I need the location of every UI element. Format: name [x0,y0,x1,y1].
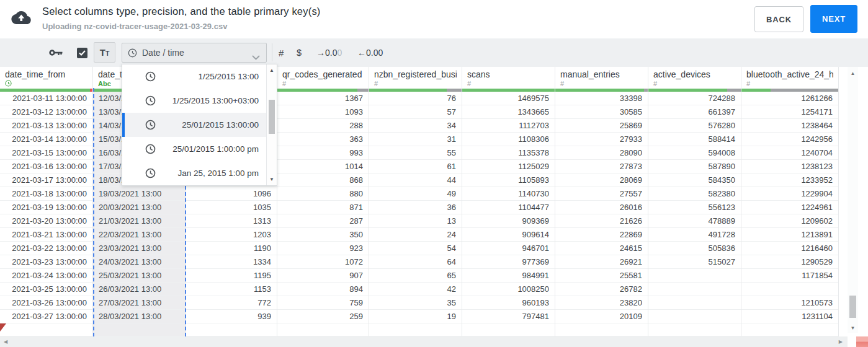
primary-key-icon[interactable] [49,48,63,59]
dropdown-option[interactable]: 25/01/2015 13:00:00 [122,113,266,137]
decrease-precision-button[interactable]: ←0.00 [357,38,383,67]
column-header[interactable]: bluetooth_active_24_hr_# [741,67,838,88]
corner-error-marker [856,336,868,347]
table-cell: 1238464 [741,119,838,133]
column-header[interactable]: active_devices# [648,67,741,88]
table-cell: 27/03/2021 13:00 [93,296,186,310]
table-cell: 977369 [462,255,555,269]
increase-precision-button[interactable]: →0.00 [316,38,342,67]
dropdown-scrollbar[interactable]: ▲ ▼ [266,64,277,185]
column-name: scans [467,69,550,79]
h-scroll-right-icon[interactable]: ▶ [839,339,843,345]
column-header[interactable]: scans# [462,67,555,88]
v-scroll-up-icon[interactable]: ▲ [848,71,858,76]
horizontal-scrollbar[interactable]: ◀ ▶ [0,336,848,347]
table-cell: 42 [369,283,462,296]
table-cell: 76 [369,92,462,105]
table-cell [93,323,186,336]
table-cell [0,323,92,336]
table-cell: 288 [277,119,369,133]
v-scroll-down-icon[interactable]: ▼ [848,325,858,331]
app-root: Select columns type, precision, and the … [0,0,868,347]
back-button[interactable]: BACK [754,6,803,32]
scroll-up-icon[interactable]: ▲ [267,68,277,73]
table-cell: 55 [369,146,462,160]
table-cell: 26782 [555,283,648,296]
table-cell: 30585 [555,105,648,119]
table-cell: 1008250 [462,283,555,296]
column-header[interactable]: qr_codes_generated# [277,67,369,88]
dropdown-option-label: 1/25/2015 13:00 [122,64,266,89]
table-cell: 1224961 [741,201,838,214]
dropdown-option[interactable]: 1/25/2015 13:00 [122,64,266,89]
table-cell: 2021-03-20 13:00:00 [0,214,92,228]
table-cell: 946701 [462,242,555,255]
table-cell: 797481 [462,310,555,323]
table-cell: 1093 [277,105,369,119]
dropdown-option-label: 25/01/2015 13:00:00 [122,113,266,137]
type-select-value: Date / time [142,48,184,58]
quality-bar-segment [741,89,771,92]
table-cell: 2021-03-24 13:00:00 [0,269,92,283]
text-type-button[interactable]: TT [94,42,115,63]
column-name: qr_codes_generated [282,69,364,79]
include-checkbox[interactable] [77,48,87,58]
integer-type-button[interactable]: # [279,38,284,67]
upload-cloud-icon [11,10,32,26]
currency-type-button[interactable]: $ [297,38,302,67]
wizard-header: Select columns type, precision, and the … [0,0,868,38]
table-cell [648,269,741,283]
table-cell: 20/03/2021 13:00 [93,201,186,214]
table-cell: 28/03/2021 13:00 [93,310,186,323]
table-cell: 1135378 [462,146,555,160]
dropdown-option[interactable]: 1/25/2015 13:00+03:00 [122,89,266,113]
dropdown-option-list: 1/25/2015 13:001/25/2015 13:00+03:0025/0… [122,64,266,185]
table-column: bluetooth_active_24_hr_#1261266125417112… [741,67,839,336]
table-cell: 1140730 [462,187,555,201]
table-cell [462,323,555,336]
column-header[interactable]: nzbn_registered_busine# [369,67,462,88]
table-cell: 65 [369,269,462,283]
number-type-icon: # [374,80,457,88]
table-cell: 907 [277,269,369,283]
v-scroll-thumb[interactable] [849,296,856,318]
dropdown-option-label: 25/01/2015 1:00:00 pm [122,137,266,161]
upload-subtitle: Uploading nz-covid-tracer-usage-2021-03-… [42,22,227,31]
column-header[interactable]: manual_entries# [555,67,648,88]
table-cell: 984991 [462,269,555,283]
next-button[interactable]: NEXT [810,5,857,33]
table-cell: 1231104 [741,310,838,323]
table-cell: 13 [369,214,462,228]
table-cell: 22/03/2021 13:00 [93,228,186,242]
table-cell: 2021-03-12 13:00:00 [0,105,92,119]
column-name: bluetooth_active_24_hr_ [746,69,833,79]
table-cell: 20109 [555,310,648,323]
table-column: scans#1469575134366511127031108306113537… [462,67,555,336]
text-type-label: TT [100,47,110,58]
vertical-scrollbar[interactable]: ▲ ▼ [848,67,858,333]
date-format-dropdown: 1/25/2015 13:001/25/2015 13:00+03:0025/0… [122,64,277,186]
table-cell: 871 [277,201,369,214]
table-cell: 1171854 [741,269,838,283]
table-cell: 28090 [555,146,648,160]
table-cell: 2021-03-25 13:00:00 [0,283,92,296]
number-type-icon: # [560,80,643,88]
table-cell: 287 [277,214,369,228]
dropdown-option[interactable]: Jan 25, 2015 1:00 pm [122,161,266,185]
dropdown-scroll-thumb[interactable] [269,100,275,134]
dropdown-option[interactable]: 25/01/2015 1:00:00 pm [122,137,266,161]
table-cell: 1195 [186,269,277,283]
table-cell [277,323,369,336]
table-cell: 868 [277,174,369,187]
table-column: date_time_from2021-03-11 13:00:002021-03… [0,67,93,336]
column-header[interactable]: date_time_from [0,67,92,88]
table-cell: 61 [369,160,462,174]
type-select[interactable]: Date / time [122,43,267,63]
table-cell: 1216460 [741,242,838,255]
h-scroll-left-icon[interactable]: ◀ [4,339,7,345]
table-column: manual_entries#3339830585258692793328090… [555,67,648,336]
table-cell: 894 [277,283,369,296]
table-cell: 1153 [186,283,277,296]
table-cell: 2021-03-11 13:00:00 [0,92,92,105]
scroll-down-icon[interactable]: ▼ [267,177,277,182]
